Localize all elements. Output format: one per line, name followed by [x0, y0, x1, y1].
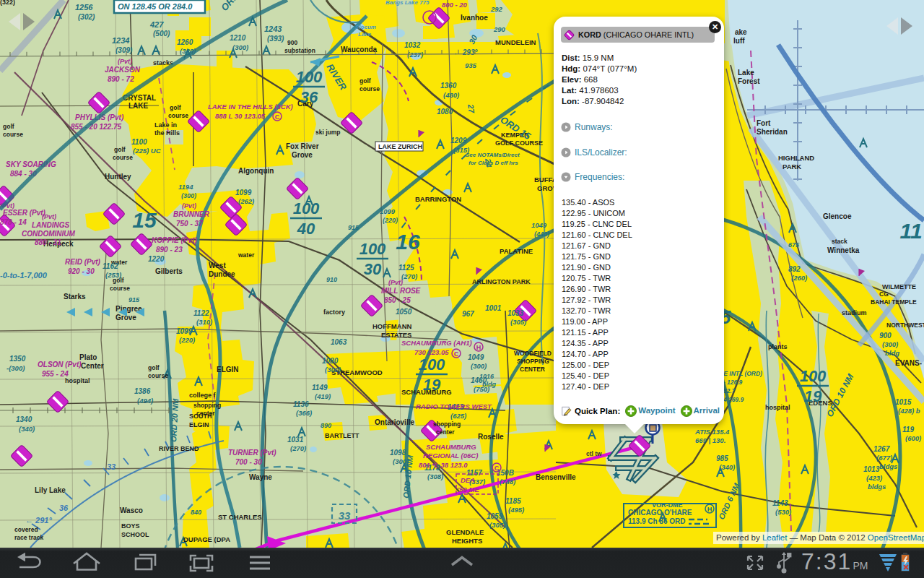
svg-text:Lake: Lake — [738, 69, 754, 77]
svg-text:19: 19 — [423, 376, 441, 394]
svg-text:Ontarioville: Ontarioville — [375, 418, 414, 426]
svg-text:(300): (300) — [325, 366, 341, 374]
svg-text:← 291°: ← 291° — [25, 516, 52, 525]
svg-text:BRUNNER: BRUNNER — [173, 210, 210, 218]
svg-text:15: 15 — [132, 208, 157, 232]
svg-text:1049: 1049 — [531, 221, 547, 229]
svg-text:Roselle: Roselle — [478, 433, 504, 441]
svg-text:700 - 30: 700 - 30 — [235, 458, 262, 466]
svg-text:(Pvt): (Pvt) — [182, 202, 196, 210]
svg-text:← 293°: ← 293° — [453, 48, 478, 56]
svg-text:golf: golf — [3, 123, 14, 130]
svg-text:1460: 1460 — [471, 376, 487, 384]
svg-text:ARLINGTON PARK: ARLINGTON PARK — [472, 278, 531, 285]
svg-text:1032: 1032 — [404, 41, 421, 49]
svg-text:(309): (309) — [116, 46, 133, 54]
svg-text:30: 30 — [364, 260, 382, 278]
svg-text:880 - 31: 880 - 31 — [35, 238, 61, 246]
svg-text:(677): (677) — [876, 454, 892, 462]
svg-text:luff: luff — [733, 37, 745, 45]
svg-text:course: course — [359, 85, 380, 92]
svg-text:1243: 1243 — [264, 25, 282, 33]
svg-text:VOR-DME: VOR-DME — [652, 501, 683, 509]
svg-text:Wayne: Wayne — [249, 473, 272, 481]
svg-text:Ivanhoe: Ivanhoe — [461, 14, 488, 22]
svg-text:REID (Pvt): REID (Pvt) — [65, 258, 101, 266]
svg-text:HIGHLAND: HIGHLAND — [778, 154, 814, 162]
svg-text:900: 900 — [879, 332, 892, 340]
svg-text:TURNER (Pvt): TURNER (Pvt) — [228, 449, 276, 457]
svg-text:1063: 1063 — [331, 338, 347, 346]
svg-text:1122: 1122 — [193, 309, 209, 317]
svg-text:1220: 1220 — [148, 255, 165, 263]
svg-text:1050: 1050 — [396, 308, 412, 316]
svg-text:Lake: Lake — [358, 31, 372, 38]
svg-text:covered: covered — [14, 526, 38, 533]
svg-text:SCHAUMBURG: SCHAUMBURG — [426, 443, 476, 451]
svg-text:955 - 24: 955 - 24 — [42, 370, 69, 378]
svg-text:11: 11 — [899, 219, 922, 243]
svg-text:(305): (305) — [510, 318, 526, 326]
svg-text:(253): (253) — [105, 271, 121, 279]
svg-text:1185: 1185 — [505, 497, 521, 505]
svg-text:750 - 37: 750 - 37 — [176, 220, 203, 228]
svg-text:(260): (260) — [791, 274, 807, 282]
svg-text:Glencoe: Glencoe — [823, 212, 852, 220]
svg-text:Slocum: Slocum — [355, 24, 376, 30]
svg-text:(308): (308) — [427, 473, 443, 480]
svg-text:33: 33 — [339, 509, 351, 522]
svg-text:CONDOMINIUM: CONDOMINIUM — [22, 230, 76, 238]
svg-text:SHOPPING: SHOPPING — [517, 358, 549, 365]
svg-text:1013: 1013 — [863, 465, 880, 473]
svg-text:888 L 30 123.05: 888 L 30 123.05 — [215, 112, 266, 120]
svg-text:1149: 1149 — [312, 384, 328, 392]
svg-text:ESSER (Pvt): ESSER (Pvt) — [3, 209, 46, 217]
svg-text:LANDINGS: LANDINGS — [32, 221, 70, 229]
svg-text:Algonquin: Algonquin — [238, 167, 274, 175]
svg-text:(600): (600) — [905, 434, 921, 442]
svg-text:(262): (262) — [238, 197, 254, 205]
svg-text:840: 840 — [191, 509, 201, 516]
svg-text:890: 890 — [321, 422, 331, 429]
svg-text:Grove: Grove — [292, 151, 313, 159]
svg-text:967: 967 — [462, 310, 474, 318]
svg-text:HOFFMANN: HOFFMANN — [372, 322, 411, 330]
svg-text:(225) UC: (225) UC — [133, 147, 161, 155]
svg-text:1099: 1099 — [176, 327, 193, 335]
svg-text:hospital: hospital — [65, 377, 90, 384]
svg-text:Starks: Starks — [64, 293, 86, 301]
svg-text:1098: 1098 — [390, 449, 406, 457]
svg-text:bldg: bldg — [885, 349, 899, 357]
svg-text:16: 16 — [396, 230, 420, 254]
svg-text:plants: plants — [768, 343, 788, 350]
svg-text:H: H — [707, 506, 712, 513]
svg-text:1360: 1360 — [440, 82, 457, 90]
svg-text:ON 128.45 OR 284.0: ON 128.45 OR 284.0 — [118, 2, 193, 11]
svg-text:150B: 150B — [497, 469, 514, 477]
svg-text:Lily Lake: Lily Lake — [35, 486, 66, 494]
svg-text:292: 292 — [490, 5, 503, 13]
svg-text:SCHOOL: SCHOOL — [121, 531, 149, 538]
svg-text:C: C — [275, 113, 280, 121]
svg-text:1001: 1001 — [485, 304, 502, 312]
svg-text:WOODFIELD: WOODFIELD — [514, 350, 552, 357]
svg-text:36: 36 — [59, 504, 69, 512]
svg-text:LAKE ZURICH: LAKE ZURICH — [378, 143, 422, 150]
svg-text:(270): (270) — [401, 272, 417, 280]
svg-text:KOPPIE (Pvt): KOPPIE (Pvt) — [152, 236, 197, 244]
svg-text:1234: 1234 — [112, 36, 129, 45]
svg-text:course: course — [148, 372, 168, 379]
svg-text:935: 935 — [465, 61, 477, 69]
svg-text:1099: 1099 — [235, 189, 252, 197]
svg-text:915: 915 — [348, 224, 359, 231]
svg-text:ATIS 135.4: ATIS 135.4 — [694, 428, 730, 436]
svg-text:Gilberts: Gilberts — [155, 267, 183, 275]
svg-text:(Pvt): (Pvt) — [118, 58, 132, 65]
svg-text:27: 27 — [466, 103, 476, 115]
svg-text:CENTER: CENTER — [520, 366, 545, 373]
svg-text:race track: race track — [14, 534, 43, 541]
svg-text:985: 985 — [716, 454, 728, 462]
svg-text:(366): (366) — [296, 409, 312, 417]
svg-text:669 | 130.: 669 | 130. — [695, 436, 725, 444]
svg-text:Bangs Lake 775: Bangs Lake 775 — [385, 0, 430, 6]
